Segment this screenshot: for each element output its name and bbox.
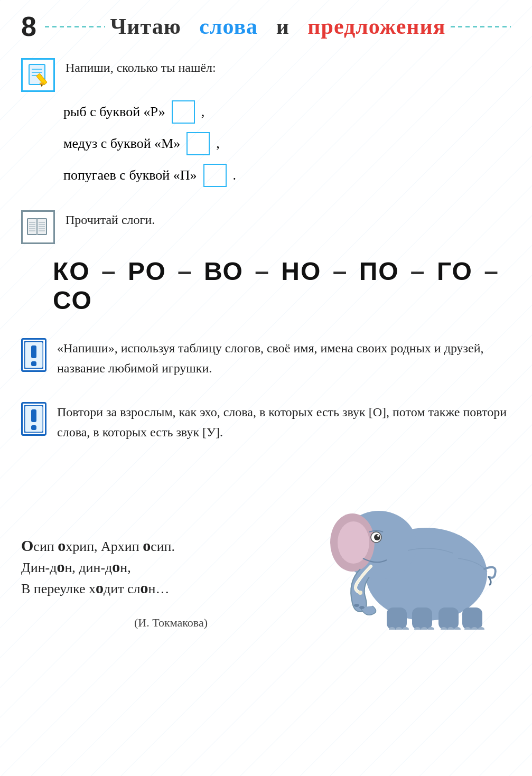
svg-rect-11 bbox=[36, 219, 38, 235]
task1-line3-text: попугаев с буквой «П» bbox=[63, 167, 197, 183]
task3-icon-row: «Напиши», используя таблицу слогов, своё… bbox=[21, 338, 511, 379]
task3-section: «Напиши», используя таблицу слогов, своё… bbox=[21, 338, 511, 379]
syllable-no: НО bbox=[281, 257, 321, 285]
title-part4: предложения bbox=[307, 14, 445, 39]
task4-text: Повтори за взрослым, как эхо, слова, в к… bbox=[57, 402, 511, 443]
title-deco-left bbox=[45, 26, 105, 27]
title-part1: Читаю bbox=[110, 14, 181, 39]
title-part2: слова bbox=[199, 14, 258, 39]
dash6: – bbox=[484, 257, 499, 285]
book-icon bbox=[21, 210, 55, 244]
svg-rect-27 bbox=[31, 425, 36, 430]
poem-o-don2: о bbox=[112, 558, 120, 575]
title-line: Читаю слова и предложения bbox=[45, 14, 511, 39]
task2-instruction: Прочитай слоги. bbox=[66, 210, 155, 229]
svg-point-52 bbox=[359, 606, 365, 609]
svg-point-53 bbox=[358, 591, 362, 595]
page-title: Читаю слова и предложения bbox=[105, 14, 451, 39]
attribution: (И. Токмакова) bbox=[21, 616, 321, 630]
task3-text: «Напиши», используя таблицу слогов, своё… bbox=[57, 338, 511, 379]
svg-rect-35 bbox=[462, 607, 482, 630]
task1-instruction: Напиши, сколько ты нашёл: bbox=[66, 58, 216, 77]
svg-rect-33 bbox=[412, 607, 432, 630]
svg-point-49 bbox=[374, 534, 380, 540]
task1-line1-text: рыб с буквой «Р» bbox=[63, 104, 165, 120]
poem-o-khodit: о bbox=[96, 579, 104, 596]
poem-l2-c: н, bbox=[120, 560, 130, 575]
poem-small-o2: о bbox=[143, 537, 151, 554]
task1-line1-suffix: , bbox=[201, 104, 205, 120]
svg-rect-23 bbox=[31, 345, 36, 358]
dash5: – bbox=[410, 257, 434, 285]
svg-rect-24 bbox=[31, 361, 36, 366]
svg-rect-32 bbox=[387, 607, 407, 630]
syllable-row: КО – РО – ВО – НО – ПО – ГО – СО bbox=[53, 257, 511, 315]
dash4: – bbox=[333, 257, 356, 285]
exclaim-icon-1 bbox=[21, 338, 46, 372]
syllable-ro: РО bbox=[128, 257, 166, 285]
title-part3: и bbox=[276, 14, 290, 39]
poem-small-o1: о bbox=[58, 537, 66, 554]
svg-rect-26 bbox=[31, 409, 36, 422]
poem-l3-b: дит сл bbox=[104, 581, 141, 596]
task1-line2-suffix: , bbox=[216, 136, 220, 152]
poem-o-don1: о bbox=[57, 558, 64, 575]
task1-line2: медуз с буквой «М» , bbox=[63, 132, 511, 155]
svg-point-51 bbox=[354, 604, 359, 607]
task1-section: Напиши, сколько ты нашёл: рыб с буквой «… bbox=[21, 58, 511, 187]
syllable-vo: ВО bbox=[204, 257, 244, 285]
syllable-go: ГО bbox=[437, 257, 473, 285]
task1-fill-box-1[interactable] bbox=[172, 100, 195, 124]
syllable-so: СО bbox=[53, 286, 92, 314]
poem-l3-a: В переулке х bbox=[21, 581, 96, 596]
task4-icon-row: Повтори за взрослым, как эхо, слова, в к… bbox=[21, 402, 511, 443]
svg-point-50 bbox=[377, 535, 379, 537]
page-number: 8 bbox=[21, 11, 36, 42]
poem-block: Осип охрип, Архип осип. Дин-дон, дин-дон… bbox=[21, 534, 321, 630]
poem-l2-b: н, дин-д bbox=[64, 560, 112, 575]
poem-line2: Дин-дон, дин-дон, bbox=[21, 558, 321, 576]
task2-icon-row: Прочитай слоги. bbox=[21, 210, 511, 244]
exclaim-icon-2 bbox=[21, 402, 46, 436]
poem-l2-a: Дин-д bbox=[21, 560, 57, 575]
syllable-po: ПО bbox=[359, 257, 399, 285]
elephant-illustration bbox=[321, 471, 511, 630]
bottom-section: Осип охрип, Архип осип. Дин-дон, дин-дон… bbox=[21, 471, 511, 630]
poem-line3: В переулке ходит слон… bbox=[21, 579, 321, 597]
poem-o-slon: о bbox=[141, 579, 148, 596]
poem-l1-b: хрип, Архип bbox=[66, 539, 143, 554]
dash2: – bbox=[178, 257, 201, 285]
poem-l1-c: сип. bbox=[151, 539, 175, 554]
poem-l1-a: сип bbox=[33, 539, 58, 554]
task1-line3: попугаев с буквой «П» . bbox=[63, 164, 511, 187]
title-deco-right bbox=[451, 26, 511, 27]
svg-point-31 bbox=[338, 521, 369, 564]
poem-l3-c: н… bbox=[148, 581, 170, 596]
task1-fill-box-2[interactable] bbox=[186, 132, 210, 155]
task1-icon-row: Напиши, сколько ты нашёл: bbox=[21, 58, 511, 92]
svg-rect-34 bbox=[438, 607, 459, 630]
page-header: 8 Читаю слова и предложения bbox=[21, 11, 511, 42]
task1-line1: рыб с буквой «Р» , bbox=[63, 100, 511, 124]
pencil-icon bbox=[21, 58, 55, 92]
syllable-ko: КО bbox=[53, 257, 90, 285]
poem-big-o1: О bbox=[21, 537, 33, 554]
task2-section: Прочитай слоги. КО – РО – ВО – НО – ПО –… bbox=[21, 210, 511, 315]
task1-line2-text: медуз с буквой «М» bbox=[63, 136, 180, 152]
poem-line1: Осип охрип, Архип осип. bbox=[21, 537, 321, 555]
task4-section: Повтори за взрослым, как эхо, слова, в к… bbox=[21, 402, 511, 443]
dash3: – bbox=[255, 257, 278, 285]
task1-line3-suffix: . bbox=[233, 167, 237, 183]
task1-fill-box-3[interactable] bbox=[203, 164, 227, 187]
dash1: – bbox=[101, 257, 125, 285]
